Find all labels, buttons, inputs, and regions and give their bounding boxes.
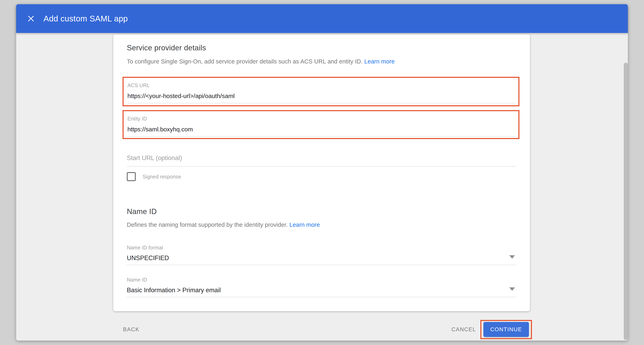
close-button[interactable] <box>26 14 36 23</box>
entity-id-label: Entity ID <box>128 116 518 122</box>
continue-button[interactable]: CONTINUE <box>484 322 529 337</box>
dialog-title: Add custom SAML app <box>44 14 128 23</box>
entity-id-input[interactable]: https://saml.boxyhq.com <box>128 126 516 137</box>
service-provider-description: To configure Single Sign-On, add service… <box>127 58 394 65</box>
name-id-format-dropdown[interactable]: Name ID format UNSPECIFIED <box>127 245 516 265</box>
signed-response-label: Signed response <box>142 174 181 180</box>
name-id-dropdown[interactable]: Name ID Basic Information > Primary emai… <box>127 277 516 297</box>
acs-url-label: ACS URL <box>128 82 518 88</box>
name-id-label: Name ID <box>127 277 516 283</box>
name-id-description-text: Defines the naming format supported by t… <box>127 222 288 228</box>
name-id-value: Basic Information > Primary email <box>127 286 516 297</box>
name-id-format-label: Name ID format <box>127 245 516 251</box>
acs-url-field-highlight: ACS URL https://<your-hosted-url>/api/oa… <box>122 77 520 106</box>
vertical-scrollbar-thumb[interactable] <box>624 63 628 340</box>
name-id-description: Defines the naming format supported by t… <box>127 222 320 228</box>
signed-response-row: Signed response <box>127 172 181 181</box>
close-icon <box>28 15 34 22</box>
acs-url-input[interactable]: https://<your-hosted-url>/api/oauth/saml <box>128 92 516 103</box>
chevron-down-icon <box>509 255 515 259</box>
service-provider-learn-more-link[interactable]: Learn more <box>364 58 394 65</box>
service-provider-description-text: To configure Single Sign-On, add service… <box>127 58 363 65</box>
cancel-button[interactable]: CANCEL <box>452 327 476 333</box>
back-button[interactable]: BACK <box>123 327 140 333</box>
service-provider-heading: Service provider details <box>127 44 206 52</box>
dialog-header: Add custom SAML app <box>16 4 628 33</box>
signed-response-checkbox[interactable] <box>127 172 136 181</box>
name-id-format-value: UNSPECIFIED <box>127 254 516 265</box>
name-id-heading: Name ID <box>127 207 157 216</box>
service-provider-card: Service provider details To configure Si… <box>113 34 530 311</box>
chevron-down-icon <box>509 287 515 291</box>
start-url-row <box>127 154 516 167</box>
start-url-input[interactable] <box>127 154 516 166</box>
entity-id-field-highlight: Entity ID https://saml.boxyhq.com <box>122 110 520 139</box>
name-id-learn-more-link[interactable]: Learn more <box>290 222 320 228</box>
